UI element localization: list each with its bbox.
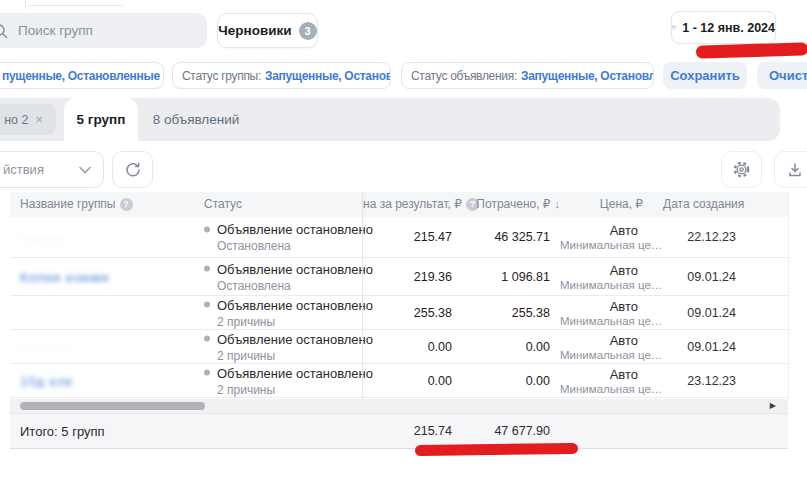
column-header-cost-per-result[interactable]: на за результат, ₽ ? xyxy=(363,192,479,217)
download-icon xyxy=(787,162,803,178)
column-header-spent[interactable]: Потрачено, ₽ ↓ xyxy=(465,192,560,217)
tab-groups[interactable]: 5 групп xyxy=(64,98,138,141)
price-strategy: Минимальная це… xyxy=(560,315,642,327)
price-cell: Авто Минимальная це… xyxy=(560,367,642,395)
price-cell: Авто Минимальная це… xyxy=(560,263,642,291)
status-cell: Объявление остановлено 2 причины xyxy=(204,297,373,328)
filter-chip-campaign-status[interactable]: пущенные, Остановленные × xyxy=(0,62,164,89)
column-header-created[interactable]: Дата создания xyxy=(663,192,744,217)
price-strategy: Минимальная це… xyxy=(560,383,642,395)
table-header: Название группы ? Статус на за результат… xyxy=(10,192,788,217)
sort-desc-icon: ↓ xyxy=(555,192,561,217)
drafts-button[interactable]: Черновики 3 xyxy=(217,13,318,48)
cutoff-fragment-line xyxy=(28,5,123,6)
group-name-link[interactable]: Копия изюми xyxy=(20,269,110,284)
column-header-price[interactable]: Цена, ₽ xyxy=(568,192,643,217)
horizontal-scrollbar[interactable]: ▶ xyxy=(10,399,788,413)
actions-dropdown-label: йствия xyxy=(3,162,44,177)
status-dot-icon xyxy=(204,336,210,342)
price-strategy: Минимальная це… xyxy=(560,349,642,361)
totals-row: Итого: 5 групп 215.74 47 677.90 xyxy=(10,413,788,449)
column-header-spent-label: Потрачено, ₽ xyxy=(476,192,550,217)
help-icon[interactable]: ? xyxy=(120,198,133,211)
created-date: 09.01.24 xyxy=(650,270,736,284)
status-subtext: Остановлена xyxy=(217,278,373,292)
price-mode: Авто xyxy=(560,367,642,382)
cost-per-result-value: 219.36 xyxy=(362,270,452,284)
status-cell: Объявление остановлено 2 причины xyxy=(204,365,373,396)
search-icon xyxy=(0,23,8,39)
status-dot-icon xyxy=(204,266,210,272)
price-mode: Авто xyxy=(560,223,642,238)
status-subtext: 2 причины xyxy=(217,314,373,328)
status-text: Объявление остановлено xyxy=(217,297,373,312)
clear-filters-button[interactable]: Очистить xyxy=(757,62,807,89)
column-header-status-label: Статус xyxy=(204,192,242,217)
date-range-label: 1 - 12 янв. 2024 xyxy=(682,21,775,35)
table-settings-button[interactable] xyxy=(721,151,762,188)
spent-value: 0.00 xyxy=(470,340,550,354)
cost-per-result-value: 215.47 xyxy=(362,230,452,244)
spent-value: 1 096.81 xyxy=(470,270,550,284)
scroll-right-arrow-icon[interactable]: ▶ xyxy=(770,401,776,410)
status-dot-icon xyxy=(204,302,210,308)
spent-value: 0.00 xyxy=(470,374,550,388)
price-strategy: Минимальная це… xyxy=(560,279,642,291)
table-row: 10д кле Объявление остановлено 2 причины… xyxy=(10,364,788,398)
group-name-link[interactable]: ∙∙∙∙∙∙∙∙∙∙∙∙ xyxy=(20,232,65,243)
status-cell: Объявление остановлено Остановлена xyxy=(204,222,373,253)
totals-label: Итого: 5 групп xyxy=(20,424,105,439)
totals-spent: 47 677.90 xyxy=(460,424,550,438)
tab-ads[interactable]: 8 объявлений xyxy=(140,98,252,141)
selected-items-label: но 2 xyxy=(4,113,28,127)
group-name-link[interactable]: ∙∙∙ ∙∙∙∙∙∙∙ ∙∙ xyxy=(20,341,73,352)
gear-icon xyxy=(732,160,751,179)
calendar-icon xyxy=(672,20,676,35)
created-date: 09.01.24 xyxy=(650,306,736,320)
group-search-field[interactable] xyxy=(0,13,207,48)
status-text: Объявление остановлено xyxy=(217,331,373,346)
frozen-columns-divider xyxy=(362,192,363,399)
search-input[interactable] xyxy=(16,22,180,39)
created-date: 09.01.24 xyxy=(650,340,736,354)
column-header-status: Статус xyxy=(204,192,242,217)
scrollbar-thumb[interactable] xyxy=(20,402,205,410)
red-marker-under-totals xyxy=(415,443,578,456)
status-subtext: 2 причины xyxy=(217,348,373,362)
cost-per-result-value: 0.00 xyxy=(362,374,452,388)
drafts-count-badge: 3 xyxy=(299,22,317,40)
close-icon[interactable]: × xyxy=(35,112,43,127)
filter-chip-value: Запущенные, Остановленные xyxy=(265,69,391,83)
table-row: Объявление остановлено 2 причины 255.38 … xyxy=(10,296,788,330)
price-mode: Авто xyxy=(560,333,642,348)
filter-chip-label: Статус объявления: xyxy=(411,69,517,83)
status-subtext: 2 причины xyxy=(217,382,373,396)
column-header-cpr-label: на за результат, ₽ xyxy=(363,192,462,217)
price-cell: Авто Минимальная це… xyxy=(560,299,642,327)
filter-chip-ad-status[interactable]: Статус объявления: Запущенные, Остановле… xyxy=(401,62,654,89)
actions-dropdown[interactable]: йствия xyxy=(0,151,104,188)
refresh-button[interactable] xyxy=(112,151,153,188)
created-date: 23.12.23 xyxy=(650,374,736,388)
status-dot-icon xyxy=(204,370,210,376)
red-marker-under-date xyxy=(696,42,807,59)
refresh-icon xyxy=(124,161,142,179)
price-mode: Авто xyxy=(560,263,642,278)
price-strategy: Минимальная це… xyxy=(560,239,642,251)
created-date: 22.12.23 xyxy=(650,230,736,244)
status-subtext: Остановлена xyxy=(217,239,373,253)
export-button[interactable] xyxy=(774,151,807,188)
filter-chip-group-status[interactable]: Статус группы: Запущенные, Остановленные… xyxy=(172,62,391,89)
group-name-link[interactable]: 10д кле xyxy=(20,373,73,388)
filter-chip-value: Запущенные, Остановленные xyxy=(521,69,654,83)
date-range-picker[interactable]: 1 - 12 янв. 2024 xyxy=(671,11,776,44)
status-cell: Объявление остановлено Остановлена xyxy=(204,261,373,292)
totals-cost-per-result: 215.74 xyxy=(352,424,452,438)
column-header-name: Название группы ? xyxy=(20,192,133,217)
ads-manager-screen: Черновики 3 1 - 12 янв. 2024 пущенные, О… xyxy=(0,0,807,487)
save-filters-button[interactable]: Сохранить xyxy=(663,62,747,89)
price-mode: Авто xyxy=(560,299,642,314)
selected-items-chip[interactable]: но 2 × xyxy=(0,104,56,135)
chevron-down-icon xyxy=(79,166,91,174)
cutoff-fragment-line xyxy=(25,0,26,9)
